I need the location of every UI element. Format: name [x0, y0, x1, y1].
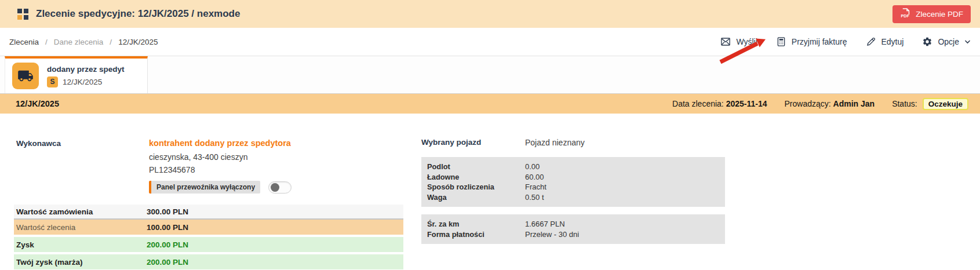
- gear-icon: [922, 37, 932, 47]
- table-row: Zysk 200.00 PLN: [14, 237, 403, 252]
- detail-row: Podlot 0.00: [427, 162, 719, 172]
- breadcrumb-zlecenia[interactable]: Zlecenia: [9, 38, 39, 46]
- table-row: Wartość zamówienia 300.00 PLN: [14, 205, 403, 220]
- logo-square: [24, 15, 28, 20]
- contractor-name-link[interactable]: kontrahent dodany przez spedytora: [149, 138, 291, 148]
- tab-strip: dodany przez spedyt S 12/JK/2025: [0, 56, 980, 94]
- pdf-button-label: Zlecenie PDF: [916, 10, 963, 19]
- order-date-label: Data zlecenia:: [672, 99, 724, 108]
- breadcrumb-separator: /: [110, 38, 112, 46]
- row-label: Wartość zlecenia: [16, 223, 147, 232]
- detail-value: 0.50 t: [525, 192, 544, 203]
- detail-label: Forma płatności: [427, 229, 525, 240]
- order-status: Status: Oczekuje: [892, 98, 968, 110]
- vehicle-details-box: Podlot 0.00 Ładowne 60.00 Sposób rozlicz…: [421, 157, 725, 207]
- tab-order[interactable]: dodany przez spedyt S 12/JK/2025: [5, 56, 148, 93]
- edit-button-label: Edytuj: [881, 37, 904, 46]
- table-row: Twój zysk (marża) 200.00 PLN: [14, 254, 403, 269]
- app-logo-grid-icon: [17, 9, 28, 20]
- detail-label: Waga: [427, 192, 525, 203]
- order-manager: Prowadzący: Admin Jan: [785, 99, 875, 108]
- detail-value: 1.6667 PLN: [525, 219, 565, 229]
- logo-square-orange: [17, 15, 22, 20]
- detail-value: 60.00: [525, 172, 544, 183]
- detail-row: Śr. za km 1.6667 PLN: [427, 219, 719, 229]
- chevron-down-icon: [964, 39, 971, 44]
- detail-value: 0.00: [525, 162, 540, 172]
- svg-text:PDF: PDF: [901, 14, 910, 19]
- logo-square: [17, 9, 22, 13]
- detail-row: Forma płatności Przelew - 30 dni: [427, 229, 719, 240]
- contractor-vat-id: PL12345678: [149, 165, 292, 174]
- order-date: Data zlecenia: 2025-11-14: [672, 99, 767, 108]
- row-value: 200.00 PLN: [147, 258, 188, 267]
- logo-square: [24, 9, 28, 13]
- row-label: Zysk: [16, 240, 147, 249]
- order-values-table: Wartość zamówienia 300.00 PLN Wartość zl…: [14, 205, 403, 269]
- detail-value: Fracht: [525, 182, 547, 192]
- contractor-address: cieszynska, 43-400 cieszyn: [149, 152, 292, 162]
- detail-label: Podlot: [427, 162, 525, 172]
- carrier-panel-toggle[interactable]: [268, 181, 292, 194]
- page-title: Zlecenie spedycyjne: 12/JK/2025 / nexmod…: [36, 8, 240, 20]
- options-button-label: Opcje: [938, 37, 959, 46]
- breadcrumb: Zlecenia / Dane zlecenia / 12/JK/2025: [9, 38, 158, 46]
- order-pdf-button[interactable]: PDF Zlecenie PDF: [892, 5, 971, 23]
- payment-details-box: Śr. za km 1.6667 PLN Forma płatności Prz…: [421, 214, 725, 244]
- top-header: Zlecenie spedycyjne: 12/JK/2025 / nexmod…: [0, 0, 980, 28]
- detail-label: Ładowne: [427, 172, 525, 183]
- table-row: Wartość zlecenia 100.00 PLN: [14, 220, 403, 235]
- row-label: Twój zysk (marża): [16, 258, 147, 267]
- order-summary-bar: 12/JK/2025 Data zlecenia: 2025-11-14 Pro…: [0, 94, 980, 114]
- breadcrumb-order-number: 12/JK/2025: [118, 38, 158, 46]
- detail-row: Ładowne 60.00: [427, 172, 719, 183]
- status-badge: Oczekuje: [923, 98, 968, 110]
- vehicle-value: Pojazd nieznany: [525, 138, 585, 147]
- tab-title: dodany przez spedyt: [47, 65, 125, 74]
- breadcrumb-bar: Zlecenia / Dane zlecenia / 12/JK/2025 Wy…: [0, 28, 980, 56]
- detail-label: Śr. za km: [427, 219, 525, 229]
- row-value: 300.00 PLN: [147, 207, 188, 216]
- spedytor-badge: S: [47, 76, 58, 87]
- calculator-icon: [776, 37, 786, 47]
- vehicle-label: Wybrany pojazd: [421, 138, 525, 147]
- detail-row: Waga 0.50 t: [427, 192, 719, 203]
- order-manager-label: Prowadzący:: [785, 99, 831, 108]
- row-value: 200.00 PLN: [147, 240, 188, 249]
- detail-value: Przelew - 30 dni: [525, 229, 579, 240]
- send-button[interactable]: Wyślij: [720, 37, 757, 47]
- vehicle-section: Wybrany pojazd Pojazd nieznany Podlot 0.…: [421, 138, 725, 251]
- order-date-value: 2025-11-14: [726, 99, 767, 108]
- row-label: Wartość zamówienia: [16, 207, 147, 216]
- detail-row: Sposób rozliczenia Fracht: [427, 182, 719, 192]
- breadcrumb-dane-zlecenia: Dane zlecenia: [54, 38, 104, 46]
- options-button[interactable]: Opcje: [922, 37, 971, 47]
- contractor-section: Wykonawca kontrahent dodany przez spedyt…: [14, 138, 403, 269]
- edit-button[interactable]: Edytuj: [866, 37, 904, 47]
- carrier-panel-badge: Panel przewoźnika wyłączony: [149, 181, 260, 194]
- envelope-icon: [720, 37, 731, 47]
- accept-invoice-button-label: Przyjmij fakturę: [792, 37, 847, 46]
- toggle-knob: [271, 183, 279, 192]
- action-toolbar: Wyślij Przyjmij fakturę: [720, 37, 971, 47]
- truck-icon: [12, 63, 39, 89]
- detail-label: Sposób rozliczenia: [427, 182, 525, 192]
- send-button-label: Wyślij: [736, 37, 757, 46]
- order-number: 12/JK/2025: [16, 99, 59, 108]
- order-details: Wykonawca kontrahent dodany przez spedyt…: [0, 114, 980, 270]
- contractor-label: Wykonawca: [16, 138, 149, 194]
- tab-order-number: 12/JK/2025: [63, 78, 102, 86]
- pdf-file-icon: PDF: [900, 8, 911, 20]
- order-manager-value: Admin Jan: [833, 99, 875, 108]
- row-value: 100.00 PLN: [147, 223, 188, 232]
- breadcrumb-separator: /: [45, 38, 48, 46]
- accept-invoice-button[interactable]: Przyjmij fakturę: [776, 37, 847, 47]
- pencil-icon: [866, 37, 876, 47]
- order-status-label: Status:: [892, 99, 917, 108]
